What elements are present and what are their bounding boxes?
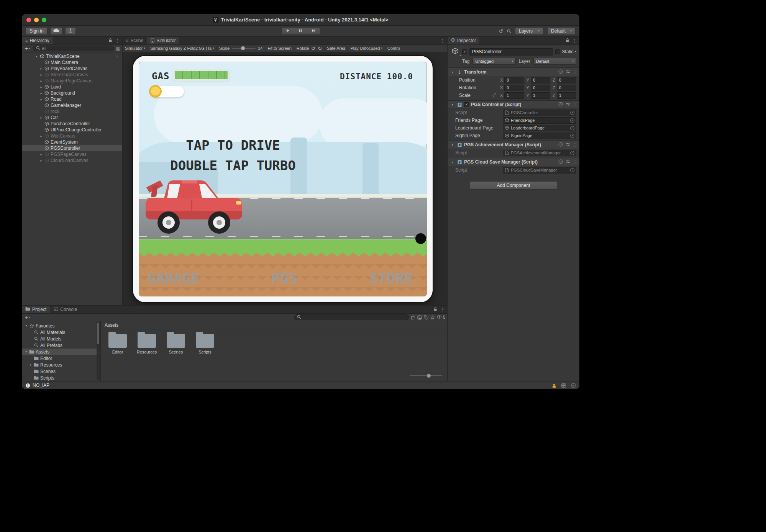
component-enabled-checkbox[interactable]: ✓ [464,102,469,107]
thumbnail-zoom-slider[interactable] [410,374,442,378]
hierarchy-item-storepagecanvas[interactable]: ▸StorePageCanvas [22,72,122,78]
foldout-icon[interactable]: ▾ [450,160,455,164]
presets-icon[interactable] [566,102,570,108]
foldout-icon[interactable]: ▸ [39,116,44,119]
presets-icon[interactable] [566,159,570,165]
scale-slider[interactable] [232,48,256,49]
kebab-icon[interactable]: ⋮ [573,103,577,107]
foldout-icon[interactable]: ▸ [39,159,44,162]
tab-hierarchy[interactable]: ≡Hierarchy [22,37,53,44]
rotate-left-icon[interactable]: ↺ [311,46,315,51]
hierarchy-scene-row[interactable]: ▾TrivialKartScene⋮ [22,53,122,59]
hierarchy-search-input[interactable]: All [33,46,114,51]
hidden-count-toggle[interactable]: 5 [437,315,445,319]
favorites-item-all-models[interactable]: All Models [22,336,100,342]
tab-console[interactable]: Console [50,306,81,313]
hierarchy-item-garagepagecanvas[interactable]: ▸GaragePageCanvas [22,78,122,84]
layout-dropdown[interactable]: Default▾ [547,27,576,35]
lock-icon[interactable] [108,37,112,44]
pause-button[interactable] [294,27,307,35]
help-icon[interactable]: ? [558,142,563,148]
scale-z-field[interactable]: 1 [557,92,576,99]
hierarchy-item-background[interactable]: ▸Background [22,90,122,96]
zoom-window-button[interactable] [42,18,46,22]
undo-history-icon[interactable]: ↺ [499,29,503,34]
kebab-icon[interactable]: ⋮ [572,39,577,43]
foldout-icon[interactable]: ▸ [39,153,44,156]
hierarchy-item-land[interactable]: ▸Land [22,84,122,90]
component-header[interactable]: ▾#✓PGS Controller (Script)?⋮ [448,100,579,109]
services-button[interactable] [65,27,76,35]
scrollbar[interactable] [97,322,100,380]
position-z-field[interactable]: 0 [557,77,576,83]
search-window-icon[interactable] [116,46,120,51]
transform-header[interactable]: ▾ Transform ? ⋮ [448,68,579,76]
console-status-icon[interactable] [561,383,566,388]
search-icon[interactable] [507,29,511,33]
static-dropdown[interactable]: Static▾ [555,49,576,54]
object-picker-icon[interactable] [570,118,574,123]
assets-root-row[interactable]: ▾Assets [22,349,100,355]
fit-to-screen-button[interactable]: Fit to Screen [267,46,291,51]
hierarchy-item-playboardcanvas[interactable]: ▸PlayBoardCanvas [22,65,122,72]
project-search-input[interactable] [303,315,406,320]
favorites-row[interactable]: ▾Favorites [22,322,100,329]
object-field-script[interactable]: PGSCloudSaveManager [503,167,576,174]
foldout-icon[interactable]: ▾ [450,143,455,147]
lock-icon[interactable] [433,306,437,313]
kebab-icon[interactable]: ⋮ [573,70,577,74]
static-checkbox[interactable] [555,49,560,54]
lock-icon[interactable] [566,37,569,44]
object-picker-icon[interactable] [570,168,574,172]
foldout-icon[interactable]: ▾ [24,324,29,327]
tab-inspector[interactable]: Inspector [448,37,480,44]
object-field-friends-page[interactable]: FriendsPage [503,117,576,124]
add-component-button[interactable]: Add Component [470,181,557,190]
warning-icon[interactable] [25,383,30,388]
object-field-signin-page[interactable]: SigninPage [503,133,576,139]
foldout-icon[interactable]: ▸ [39,67,44,70]
link-scale-icon[interactable] [492,93,497,98]
hierarchy-item-rock[interactable]: rock [22,108,122,115]
asset-folder-scenes[interactable]: Scenes [164,334,188,354]
gameobject-icon[interactable]: ▾ [451,47,460,56]
hierarchy-item-waitcanvas[interactable]: ▸WaitCanvas [22,133,122,139]
rotation-y-field[interactable]: 0 [531,85,550,91]
rotation-x-field[interactable]: 0 [504,85,524,91]
object-picker-icon[interactable] [570,151,574,155]
rotation-z-field[interactable]: 0 [557,85,576,91]
presets-icon[interactable] [566,142,570,148]
kebab-icon[interactable]: ⋮ [115,54,122,59]
favorites-item-all-prefabs[interactable]: All Prefabs [22,342,100,349]
slider-knob[interactable] [427,374,431,378]
foldout-icon[interactable]: ▾ [34,55,39,58]
hierarchy-item-pgscontroller[interactable]: PGSController [22,145,122,151]
label-icon[interactable] [424,315,428,320]
minimize-window-button[interactable] [34,18,39,22]
position-y-field[interactable]: 0 [531,77,550,83]
object-picker-icon[interactable] [570,111,574,115]
foldout-icon[interactable]: ▸ [39,73,44,77]
foldout-icon[interactable]: ▸ [39,79,44,83]
project-tree-folder-scripts[interactable]: Scripts [22,375,100,381]
hierarchy-item-uipricechangecontroller[interactable]: UIPriceChangeController [22,127,122,133]
hierarchy-item-road[interactable]: ▸Road [22,96,122,102]
hierarchy-item-main-camera[interactable]: Main Camera [22,59,122,65]
hierarchy-item-pgspagecanvas[interactable]: ▸PGSPageCanvas [22,151,122,157]
object-field-leaderboard-page[interactable]: LeaderboardPage [503,125,576,131]
asset-folder-resources[interactable]: Resources [135,334,159,354]
asset-preview-icon[interactable] [417,315,422,320]
tab-project[interactable]: Project [22,306,50,313]
object-picker-icon[interactable] [570,134,574,138]
asset-folder-editor[interactable]: Editor [105,334,130,354]
game-screen[interactable]: GAS DISTANCE 100.0 TAP TO DRIVE DOUBLE T… [139,62,427,296]
coin-toggle[interactable] [150,86,184,97]
kebab-icon[interactable]: ⋮ [440,308,445,312]
favorites-item-all-materials[interactable]: All Materials [22,329,100,336]
tab-scene[interactable]: #Scene [123,37,147,44]
close-window-button[interactable] [26,18,31,22]
hierarchy-item-eventsystem[interactable]: EventSystem [22,139,122,145]
kebab-icon[interactable]: ⋮ [573,143,577,147]
safe-area-button[interactable]: Safe Area [327,46,345,51]
component-header[interactable]: ▾#PGS Achievement Manager (Script)?⋮ [448,141,579,149]
